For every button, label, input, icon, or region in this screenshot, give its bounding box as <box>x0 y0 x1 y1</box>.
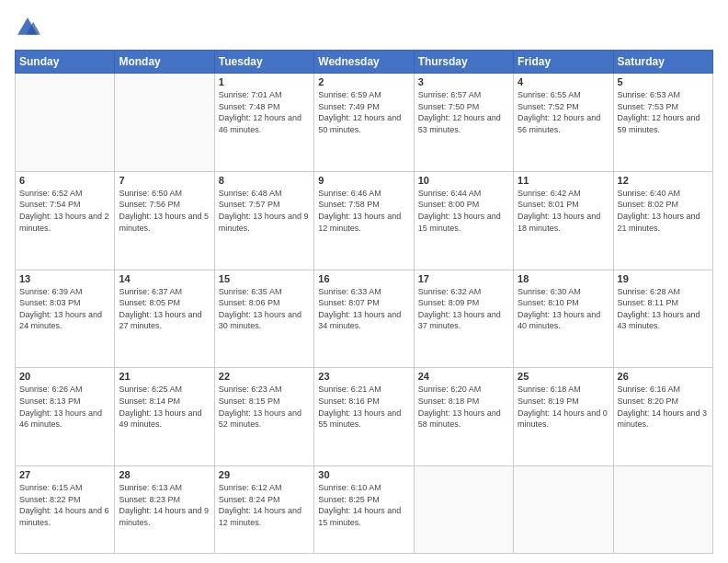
calendar-day-header: Thursday <box>414 51 513 74</box>
calendar-day-header: Wednesday <box>314 51 414 74</box>
calendar-cell: 21Sunrise: 6:25 AM Sunset: 8:14 PM Dayli… <box>115 368 214 466</box>
logo <box>15 15 44 40</box>
day-info: Sunrise: 6:25 AM Sunset: 8:14 PM Dayligh… <box>119 384 210 430</box>
day-info: Sunrise: 6:30 AM Sunset: 8:10 PM Dayligh… <box>518 286 609 332</box>
calendar-week-row: 6Sunrise: 6:52 AM Sunset: 7:54 PM Daylig… <box>16 171 713 270</box>
calendar-cell: 1Sunrise: 7:01 AM Sunset: 7:48 PM Daylig… <box>214 74 313 172</box>
day-number: 28 <box>119 469 210 480</box>
logo-icon <box>15 15 40 40</box>
day-number: 26 <box>618 371 709 382</box>
calendar-cell: 17Sunrise: 6:32 AM Sunset: 8:09 PM Dayli… <box>414 270 513 368</box>
calendar-cell: 7Sunrise: 6:50 AM Sunset: 7:56 PM Daylig… <box>115 171 214 270</box>
calendar-cell: 20Sunrise: 6:26 AM Sunset: 8:13 PM Dayli… <box>16 368 115 466</box>
day-info: Sunrise: 6:21 AM Sunset: 8:16 PM Dayligh… <box>318 384 409 430</box>
day-info: Sunrise: 6:16 AM Sunset: 8:20 PM Dayligh… <box>618 384 709 430</box>
day-number: 18 <box>518 273 609 284</box>
calendar-cell: 18Sunrise: 6:30 AM Sunset: 8:10 PM Dayli… <box>514 270 613 368</box>
calendar-day-header: Saturday <box>613 51 712 74</box>
calendar-cell: 28Sunrise: 6:13 AM Sunset: 8:23 PM Dayli… <box>115 466 214 554</box>
calendar-cell <box>16 74 115 172</box>
day-info: Sunrise: 6:46 AM Sunset: 7:58 PM Dayligh… <box>318 188 409 234</box>
calendar-cell <box>514 466 613 554</box>
day-number: 7 <box>119 175 210 186</box>
calendar-day-header: Sunday <box>16 51 115 74</box>
calendar-cell: 26Sunrise: 6:16 AM Sunset: 8:20 PM Dayli… <box>613 368 712 466</box>
calendar-cell: 15Sunrise: 6:35 AM Sunset: 8:06 PM Dayli… <box>214 270 313 368</box>
day-number: 16 <box>318 273 409 284</box>
calendar-cell: 27Sunrise: 6:15 AM Sunset: 8:22 PM Dayli… <box>16 466 115 554</box>
day-info: Sunrise: 6:59 AM Sunset: 7:49 PM Dayligh… <box>318 89 409 135</box>
day-info: Sunrise: 6:33 AM Sunset: 8:07 PM Dayligh… <box>318 286 409 332</box>
calendar-cell: 12Sunrise: 6:40 AM Sunset: 8:02 PM Dayli… <box>613 171 712 270</box>
day-info: Sunrise: 6:18 AM Sunset: 8:19 PM Dayligh… <box>518 384 609 430</box>
day-info: Sunrise: 6:39 AM Sunset: 8:03 PM Dayligh… <box>19 286 110 332</box>
day-number: 2 <box>318 76 409 87</box>
calendar-cell: 14Sunrise: 6:37 AM Sunset: 8:05 PM Dayli… <box>115 270 214 368</box>
day-number: 23 <box>318 371 409 382</box>
day-info: Sunrise: 6:37 AM Sunset: 8:05 PM Dayligh… <box>119 286 210 332</box>
calendar-cell: 13Sunrise: 6:39 AM Sunset: 8:03 PM Dayli… <box>16 270 115 368</box>
day-number: 21 <box>119 371 210 382</box>
day-number: 1 <box>219 76 310 87</box>
calendar-cell: 19Sunrise: 6:28 AM Sunset: 8:11 PM Dayli… <box>613 270 712 368</box>
calendar-cell: 29Sunrise: 6:12 AM Sunset: 8:24 PM Dayli… <box>214 466 313 554</box>
day-info: Sunrise: 6:42 AM Sunset: 8:01 PM Dayligh… <box>518 188 609 234</box>
calendar-cell: 5Sunrise: 6:53 AM Sunset: 7:53 PM Daylig… <box>613 74 712 172</box>
day-number: 15 <box>219 273 310 284</box>
day-info: Sunrise: 6:48 AM Sunset: 7:57 PM Dayligh… <box>219 188 310 234</box>
calendar-cell <box>414 466 513 554</box>
day-info: Sunrise: 6:23 AM Sunset: 8:15 PM Dayligh… <box>219 384 310 430</box>
day-number: 9 <box>318 175 409 186</box>
day-info: Sunrise: 6:28 AM Sunset: 8:11 PM Dayligh… <box>618 286 709 332</box>
day-number: 19 <box>618 273 709 284</box>
calendar-cell: 8Sunrise: 6:48 AM Sunset: 7:57 PM Daylig… <box>214 171 313 270</box>
day-info: Sunrise: 6:10 AM Sunset: 8:25 PM Dayligh… <box>318 482 409 528</box>
calendar-day-header: Tuesday <box>214 51 313 74</box>
calendar-cell: 2Sunrise: 6:59 AM Sunset: 7:49 PM Daylig… <box>314 74 414 172</box>
day-info: Sunrise: 6:44 AM Sunset: 8:00 PM Dayligh… <box>418 188 509 234</box>
calendar-table: SundayMondayTuesdayWednesdayThursdayFrid… <box>15 50 713 554</box>
day-info: Sunrise: 6:32 AM Sunset: 8:09 PM Dayligh… <box>418 286 509 332</box>
day-info: Sunrise: 6:55 AM Sunset: 7:52 PM Dayligh… <box>518 89 609 135</box>
calendar-cell: 16Sunrise: 6:33 AM Sunset: 8:07 PM Dayli… <box>314 270 414 368</box>
day-number: 13 <box>19 273 110 284</box>
day-info: Sunrise: 6:13 AM Sunset: 8:23 PM Dayligh… <box>119 482 210 528</box>
day-info: Sunrise: 6:40 AM Sunset: 8:02 PM Dayligh… <box>618 188 709 234</box>
calendar-cell: 24Sunrise: 6:20 AM Sunset: 8:18 PM Dayli… <box>414 368 513 466</box>
day-info: Sunrise: 6:50 AM Sunset: 7:56 PM Dayligh… <box>119 188 210 234</box>
day-number: 27 <box>19 469 110 480</box>
calendar-cell: 30Sunrise: 6:10 AM Sunset: 8:25 PM Dayli… <box>314 466 414 554</box>
calendar-cell: 6Sunrise: 6:52 AM Sunset: 7:54 PM Daylig… <box>16 171 115 270</box>
calendar-cell <box>613 466 712 554</box>
day-info: Sunrise: 7:01 AM Sunset: 7:48 PM Dayligh… <box>219 89 310 135</box>
day-number: 25 <box>518 371 609 382</box>
calendar-cell: 3Sunrise: 6:57 AM Sunset: 7:50 PM Daylig… <box>414 74 513 172</box>
day-number: 3 <box>418 76 509 87</box>
calendar-cell: 22Sunrise: 6:23 AM Sunset: 8:15 PM Dayli… <box>214 368 313 466</box>
day-number: 8 <box>219 175 310 186</box>
day-info: Sunrise: 6:20 AM Sunset: 8:18 PM Dayligh… <box>418 384 509 430</box>
day-info: Sunrise: 6:57 AM Sunset: 7:50 PM Dayligh… <box>418 89 509 135</box>
day-number: 24 <box>418 371 509 382</box>
header <box>15 15 713 40</box>
calendar-week-row: 27Sunrise: 6:15 AM Sunset: 8:22 PM Dayli… <box>16 466 713 554</box>
day-info: Sunrise: 6:52 AM Sunset: 7:54 PM Dayligh… <box>19 188 110 234</box>
calendar-day-header: Friday <box>514 51 613 74</box>
calendar-cell: 23Sunrise: 6:21 AM Sunset: 8:16 PM Dayli… <box>314 368 414 466</box>
calendar-week-row: 1Sunrise: 7:01 AM Sunset: 7:48 PM Daylig… <box>16 74 713 172</box>
calendar-cell: 4Sunrise: 6:55 AM Sunset: 7:52 PM Daylig… <box>514 74 613 172</box>
day-number: 5 <box>618 76 709 87</box>
day-number: 20 <box>19 371 110 382</box>
day-number: 10 <box>418 175 509 186</box>
day-number: 4 <box>518 76 609 87</box>
calendar-day-header: Monday <box>115 51 214 74</box>
calendar-cell: 9Sunrise: 6:46 AM Sunset: 7:58 PM Daylig… <box>314 171 414 270</box>
page: SundayMondayTuesdayWednesdayThursdayFrid… <box>0 0 728 563</box>
calendar-cell: 10Sunrise: 6:44 AM Sunset: 8:00 PM Dayli… <box>414 171 513 270</box>
day-info: Sunrise: 6:15 AM Sunset: 8:22 PM Dayligh… <box>19 482 110 528</box>
day-number: 11 <box>518 175 609 186</box>
day-number: 12 <box>618 175 709 186</box>
day-number: 30 <box>318 469 409 480</box>
day-number: 17 <box>418 273 509 284</box>
day-number: 14 <box>119 273 210 284</box>
